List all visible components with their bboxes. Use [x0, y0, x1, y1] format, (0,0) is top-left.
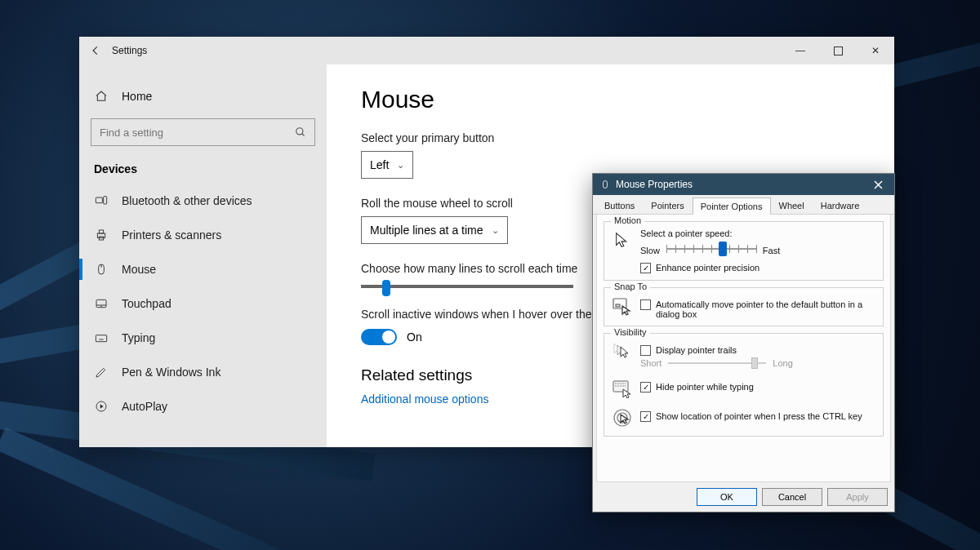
- visibility-group: Visibility Display pointer trails Short: [604, 333, 884, 437]
- enhance-precision-checkbox[interactable]: [640, 263, 651, 273]
- cursor-icon: [611, 228, 634, 251]
- svg-rect-7: [99, 237, 103, 240]
- printer-icon: [94, 228, 109, 242]
- apply-button[interactable]: Apply: [827, 488, 888, 506]
- tab-wheel[interactable]: Wheel: [771, 197, 813, 214]
- ctrl-locate-label: Show location of pointer when I press th…: [656, 411, 862, 421]
- inactive-toggle[interactable]: [361, 329, 397, 345]
- dialog-body: Motion Select a pointer speed: Slow: [596, 215, 891, 482]
- titlebar: Settings — ✕: [79, 37, 894, 64]
- svg-point-1: [296, 128, 303, 135]
- sidebar-item-label: Pen & Windows Ink: [122, 366, 220, 379]
- ctrl-locate-icon: [611, 406, 634, 429]
- page-title: Mouse: [361, 86, 894, 113]
- sidebar-item-bluetooth[interactable]: Bluetooth & other devices: [79, 184, 327, 218]
- dialog-close-button[interactable]: [866, 175, 889, 193]
- short-label: Short: [640, 358, 662, 368]
- tab-hardware[interactable]: Hardware: [813, 197, 868, 214]
- sidebar-item-autoplay[interactable]: AutoPlay: [79, 389, 327, 424]
- mouse-properties-dialog: Mouse Properties Buttons Pointers Pointe…: [592, 173, 895, 512]
- speed-label: Select a pointer speed:: [640, 228, 876, 238]
- sidebar: Home Devices Bluetooth & other devices P…: [79, 64, 327, 447]
- motion-title: Motion: [611, 215, 644, 225]
- autoplay-icon: [94, 400, 109, 413]
- tab-buttons[interactable]: Buttons: [596, 197, 643, 214]
- snap-checkbox[interactable]: [640, 299, 651, 310]
- pen-icon: [94, 366, 109, 379]
- trails-label: Display pointer trails: [656, 345, 737, 355]
- svg-rect-25: [616, 304, 620, 307]
- svg-rect-3: [96, 197, 102, 203]
- svg-rect-21: [604, 181, 608, 189]
- svg-rect-6: [99, 230, 103, 233]
- cancel-button[interactable]: Cancel: [762, 488, 822, 506]
- fast-label: Fast: [763, 246, 780, 255]
- dialog-button-row: OK Cancel Apply: [593, 482, 894, 512]
- chevron-down-icon: ⌄: [397, 160, 404, 171]
- mouse-icon: [94, 263, 109, 276]
- window-title: Settings: [112, 45, 147, 56]
- slow-label: Slow: [640, 246, 660, 255]
- sidebar-item-label: Touchpad: [122, 297, 172, 310]
- home-icon: [94, 89, 109, 104]
- svg-rect-0: [834, 47, 842, 55]
- mouse-icon: [599, 179, 611, 190]
- ok-button[interactable]: OK: [697, 488, 757, 506]
- category-heading: Devices: [79, 157, 327, 184]
- speed-thumb[interactable]: [719, 242, 727, 256]
- ctrl-locate-checkbox[interactable]: [640, 411, 651, 422]
- motion-group: Motion Select a pointer speed: Slow: [604, 221, 884, 281]
- home-nav[interactable]: Home: [79, 79, 327, 113]
- sidebar-item-printers[interactable]: Printers & scanners: [79, 218, 327, 252]
- snap-title: Snap To: [611, 282, 650, 291]
- roll-value: Multiple lines at a time: [370, 224, 483, 237]
- snap-label: Automatically move pointer to the defaul…: [656, 299, 876, 319]
- long-label: Long: [773, 358, 792, 368]
- svg-line-2: [302, 134, 305, 136]
- enhance-precision-label: Enhance pointer precision: [656, 263, 760, 273]
- close-button[interactable]: ✕: [857, 37, 894, 64]
- speed-slider[interactable]: [666, 243, 756, 258]
- sidebar-item-label: AutoPlay: [122, 400, 167, 413]
- search-input[interactable]: [91, 119, 287, 145]
- dialog-title: Mouse Properties: [616, 179, 693, 190]
- devices-icon: [94, 194, 109, 207]
- trails-checkbox[interactable]: [640, 345, 651, 356]
- svg-rect-4: [104, 197, 107, 204]
- roll-select[interactable]: Multiple lines at a time ⌄: [361, 216, 508, 244]
- hide-typing-icon: [611, 377, 634, 400]
- sidebar-item-label: Printers & scanners: [122, 228, 221, 242]
- primary-button-label: Select your primary button: [361, 131, 894, 144]
- sidebar-item-label: Bluetooth & other devices: [122, 194, 252, 207]
- maximize-button[interactable]: [819, 37, 857, 64]
- slider-thumb[interactable]: [382, 280, 390, 296]
- sidebar-item-label: Mouse: [122, 263, 156, 276]
- dialog-tabs: Buttons Pointers Pointer Options Wheel H…: [593, 195, 894, 215]
- inactive-state: On: [407, 330, 422, 344]
- svg-rect-13: [96, 335, 106, 342]
- search-box[interactable]: [91, 118, 315, 146]
- hide-typing-label: Hide pointer while typing: [656, 382, 754, 392]
- chevron-down-icon: ⌄: [492, 225, 499, 236]
- sidebar-item-label: Typing: [122, 331, 155, 344]
- trails-icon: [611, 340, 634, 363]
- minimize-button[interactable]: —: [782, 37, 819, 64]
- hide-typing-checkbox[interactable]: [640, 382, 651, 393]
- primary-button-value: Left: [370, 158, 389, 171]
- back-button[interactable]: [79, 45, 112, 56]
- trails-slider: [668, 357, 766, 369]
- svg-marker-20: [100, 404, 104, 408]
- tab-pointer-options[interactable]: Pointer Options: [693, 197, 771, 215]
- visibility-title: Visibility: [611, 327, 650, 337]
- sidebar-item-touchpad[interactable]: Touchpad: [79, 286, 327, 321]
- sidebar-item-mouse[interactable]: Mouse: [79, 252, 327, 286]
- dialog-titlebar: Mouse Properties: [593, 174, 894, 195]
- tab-pointers[interactable]: Pointers: [643, 197, 692, 214]
- lines-slider[interactable]: [361, 285, 573, 288]
- search-icon: [287, 126, 314, 138]
- primary-button-select[interactable]: Left ⌄: [361, 151, 413, 179]
- svg-rect-5: [97, 233, 105, 237]
- sidebar-item-pen[interactable]: Pen & Windows Ink: [79, 355, 327, 389]
- sidebar-item-typing[interactable]: Typing: [79, 321, 327, 355]
- snap-group: Snap To Automatically move pointer to th…: [604, 287, 884, 326]
